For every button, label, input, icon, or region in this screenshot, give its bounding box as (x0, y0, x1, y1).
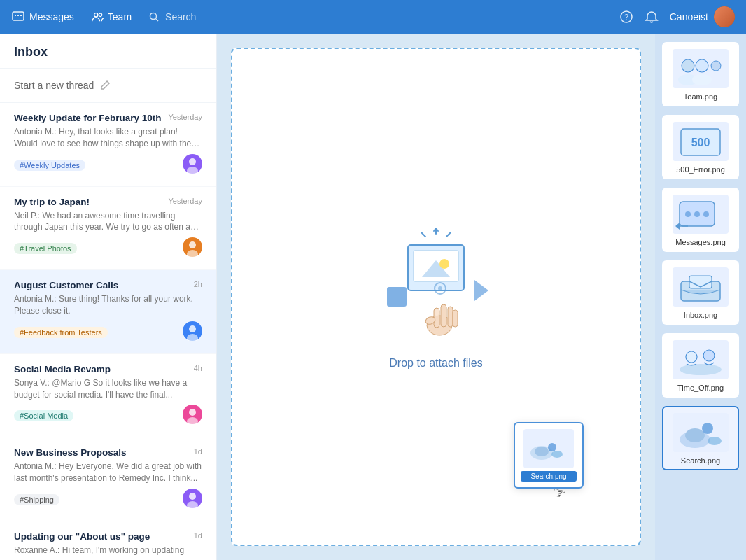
thread-item[interactable]: August Customer Calls 2h Antonia M.: Sur… (0, 270, 216, 354)
svg-point-5 (99, 13, 102, 17)
sidebar-header: Inbox (0, 34, 216, 69)
file-thumbnail[interactable]: 500 500_Error.png (662, 115, 739, 179)
file-thumbnail[interactable]: Time_Off.png (662, 333, 739, 398)
drop-zone[interactable]: Drop to attach files Search.png ☞ (231, 48, 641, 546)
thread-preview: Antonia M.: Sure thing! Thanks for all y… (14, 293, 202, 317)
svg-rect-40 (441, 304, 446, 327)
thread-item[interactable]: My trip to Japan! Yesterday Neil P.: We … (0, 187, 216, 271)
user-menu[interactable]: Canoeist (670, 6, 735, 27)
thread-top: New Business Proposals 1d (14, 447, 202, 458)
thread-title: Social Media Revamp (14, 364, 188, 374)
svg-point-49 (548, 443, 556, 451)
thread-meta: #Shipping (14, 489, 202, 511)
svg-rect-42 (453, 310, 458, 327)
file-thumbnail[interactable]: Inbox.png (662, 260, 739, 325)
file-thumb-image (673, 195, 729, 234)
svg-rect-36 (387, 287, 407, 307)
svg-point-61 (703, 211, 709, 217)
drop-label: Drop to attach files (389, 357, 482, 370)
thread-title: My trip to Japan! (14, 197, 162, 207)
thread-top: Weekly Update for February 10th Yesterda… (14, 113, 202, 123)
svg-point-54 (692, 74, 712, 85)
file-thumbnail[interactable]: Search.png (662, 406, 739, 470)
thread-title: August Customer Calls (14, 280, 188, 290)
thread-avatar (183, 154, 202, 174)
svg-rect-1 (15, 15, 16, 16)
thread-item[interactable]: New Business Proposals 1d Antonia M.: He… (0, 438, 216, 522)
file-thumb-image (673, 340, 729, 379)
svg-text:500: 500 (691, 136, 710, 148)
notifications-button[interactable] (645, 10, 659, 24)
dragged-file: Search.png (514, 422, 584, 489)
thread-title: New Business Proposals (14, 447, 188, 458)
file-thumbnail[interactable]: Team.png (662, 42, 739, 106)
file-thumb-image (673, 49, 729, 88)
file-thumb-name: Search.png (681, 456, 720, 465)
thread-title: Weekly Update for February 10th (14, 113, 162, 123)
thread-preview: Antonia M.: Hey Everyone, We did a great… (14, 461, 202, 484)
team-nav-label: Team (108, 11, 132, 22)
thread-item[interactable]: Social Media Revamp 4h Sonya V.: @Mario … (0, 354, 216, 438)
sidebar: Inbox Start a new thread Weekly Update f… (0, 34, 217, 560)
search-icon (148, 11, 160, 22)
thread-item[interactable]: Weekly Update for February 10th Yesterda… (0, 103, 216, 187)
svg-point-66 (686, 351, 697, 363)
svg-point-30 (439, 259, 449, 269)
file-thumb-name: Inbox.png (684, 311, 717, 319)
svg-point-22 (189, 493, 196, 500)
thread-meta: #Feedback from Testers (14, 321, 202, 344)
svg-point-13 (189, 241, 196, 248)
thread-meta: #Social Media (14, 405, 202, 427)
thread-preview: Roxanne A.: Hi team, I'm working on upda… (14, 545, 202, 560)
thread-time: 1d (194, 531, 202, 540)
thread-title: Updating our "About us" page (14, 531, 188, 542)
messages-nav-item[interactable]: Messages (11, 10, 74, 24)
thread-tag: #Social Media (14, 410, 73, 421)
thread-top: Updating our "About us" page 1d (14, 531, 202, 542)
new-thread-button[interactable]: Start a new thread (14, 74, 202, 97)
file-thumbnail[interactable]: Messages.png (662, 188, 739, 252)
thread-top: August Customer Calls 2h (14, 280, 202, 290)
file-thumb-image (673, 267, 729, 307)
svg-point-6 (150, 13, 157, 20)
svg-point-69 (685, 428, 705, 442)
thread-avatar (183, 405, 202, 424)
thread-avatar (183, 237, 202, 257)
search-nav-item[interactable]: Search (148, 11, 196, 22)
file-thumb-image: 500 (673, 122, 729, 161)
thread-meta: #Travel Photos (14, 237, 202, 260)
file-thumb-name: 500_Error.png (676, 165, 725, 174)
thread-meta: #Weekly Updates (14, 154, 202, 176)
search-nav-label: Search (165, 11, 196, 22)
thread-preview: Neil P.: We had an awesome time travelli… (14, 210, 202, 234)
file-thumb-image (673, 413, 729, 452)
dragged-file-thumb (523, 429, 574, 468)
drop-illustration (366, 224, 506, 343)
avatar-image (714, 6, 735, 27)
thread-preview: Sonya V.: @Mario G So it looks like we h… (14, 377, 202, 401)
thread-time: 2h (194, 280, 202, 288)
svg-point-60 (694, 211, 700, 217)
thread-tag: #Shipping (14, 494, 59, 505)
svg-point-48 (535, 447, 549, 456)
thread-avatar (183, 489, 202, 508)
svg-point-16 (189, 326, 196, 332)
file-thumb-name: Time_Off.png (677, 384, 724, 392)
svg-point-19 (189, 409, 196, 416)
dragged-file-label: Search.png (521, 471, 577, 482)
thread-list: Weekly Update for February 10th Yesterda… (0, 103, 216, 560)
file-thumb-name: Messages.png (675, 238, 726, 246)
svg-point-59 (685, 211, 691, 217)
thread-item[interactable]: Updating our "About us" page 1d Roxanne … (0, 522, 216, 560)
help-button[interactable]: ? (619, 10, 633, 24)
messages-nav-label: Messages (29, 11, 74, 22)
thread-tag: #Feedback from Testers (14, 327, 108, 338)
thread-top: My trip to Japan! Yesterday (14, 197, 202, 207)
user-name: Canoeist (670, 11, 708, 22)
thread-tag: #Travel Photos (14, 243, 77, 254)
svg-point-4 (94, 13, 97, 17)
thread-top: Social Media Revamp 4h (14, 364, 202, 374)
team-nav-item[interactable]: Team (91, 10, 132, 23)
svg-point-67 (703, 350, 715, 361)
cursor-icon: ☞ (551, 483, 568, 503)
